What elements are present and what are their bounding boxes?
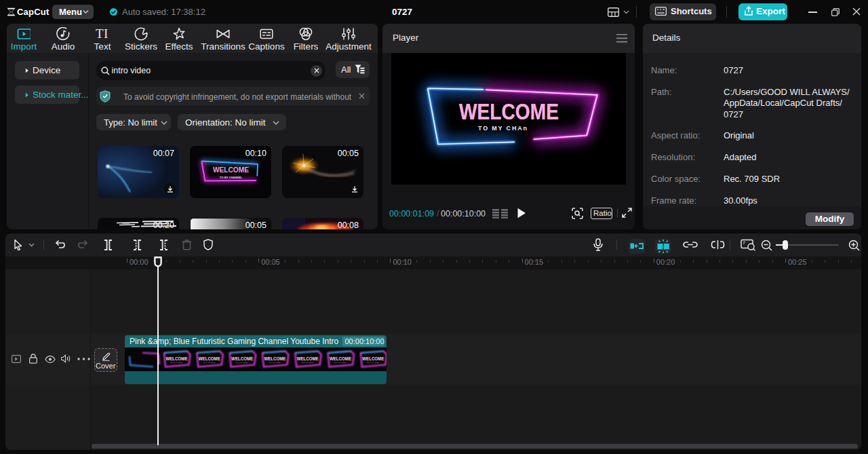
svg-text:TO MY CHANNEL: TO MY CHANNEL xyxy=(301,362,314,364)
svg-text:WELCOME: WELCOME xyxy=(199,356,220,362)
svg-text:WELCOME: WELCOME xyxy=(166,356,188,362)
svg-text:TO MY CHANNEL: TO MY CHANNEL xyxy=(220,176,243,179)
svg-text:TO MY CHANNEL: TO MY CHANNEL xyxy=(334,362,347,364)
svg-text:TO MY CHANNEL: TO MY CHANNEL xyxy=(269,362,281,364)
svg-text:TO MY CHANNEL: TO MY CHANNEL xyxy=(367,362,380,364)
svg-text:WELCOME: WELCOME xyxy=(362,356,384,362)
svg-text:T: T xyxy=(96,27,104,41)
svg-text:TO MY CHANNEL: TO MY CHANNEL xyxy=(170,362,183,364)
svg-text:WELCOME: WELCOME xyxy=(297,356,319,362)
svg-text:WELCOME: WELCOME xyxy=(459,99,559,124)
svg-text:WELCOME: WELCOME xyxy=(213,166,249,174)
svg-text:TO MY CHANNEL: TO MY CHANNEL xyxy=(236,362,249,364)
svg-text:WELCOME: WELCOME xyxy=(264,356,285,362)
svg-text:TO MY CHANNEL: TO MY CHANNEL xyxy=(203,362,216,364)
svg-text:I: I xyxy=(104,27,108,41)
svg-text:WELCOME: WELCOME xyxy=(231,356,253,362)
svg-text:WELCOME: WELCOME xyxy=(330,356,351,362)
